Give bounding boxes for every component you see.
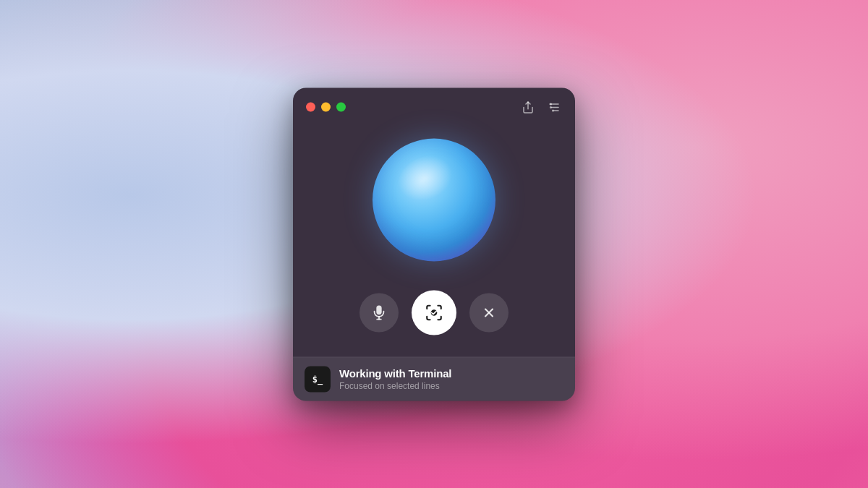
title-bar [293, 87, 575, 124]
title-bar-actions [520, 99, 562, 115]
close-window-button[interactable] [306, 103, 315, 112]
ai-orb [373, 138, 495, 261]
status-title: Working with Terminal [339, 367, 451, 380]
status-bar: $_ Working with Terminal Focused on sele… [293, 356, 575, 401]
main-content [293, 124, 575, 356]
share-button[interactable] [520, 99, 536, 115]
app-window: $_ Working with Terminal Focused on sele… [293, 87, 575, 401]
capture-button[interactable] [412, 290, 456, 335]
svg-point-5 [552, 109, 554, 111]
terminal-icon: $_ [312, 374, 323, 384]
svg-point-6 [550, 103, 552, 105]
controls-row [359, 290, 509, 335]
dismiss-button[interactable] [469, 293, 509, 332]
microphone-button[interactable] [359, 293, 399, 332]
traffic-lights [306, 103, 346, 112]
app-icon: $_ [305, 366, 331, 392]
svg-point-4 [550, 106, 552, 108]
orb-highlight [391, 148, 458, 207]
status-subtitle: Focused on selected lines [339, 381, 451, 391]
maximize-window-button[interactable] [336, 103, 346, 112]
settings-button[interactable] [546, 99, 562, 115]
status-text: Working with Terminal Focused on selecte… [339, 367, 451, 391]
minimize-window-button[interactable] [321, 103, 331, 112]
